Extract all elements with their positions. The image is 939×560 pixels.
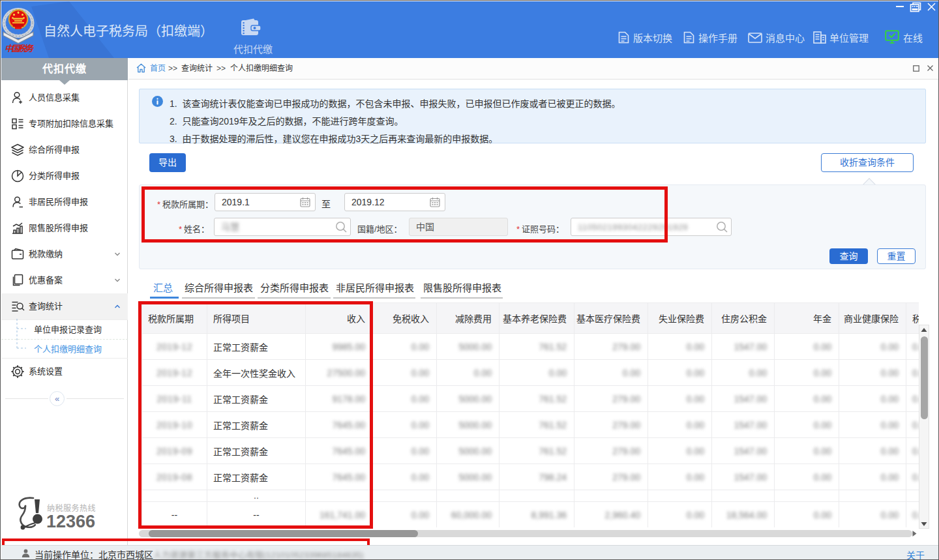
svg-text:中国税务: 中国税务 xyxy=(5,44,35,52)
